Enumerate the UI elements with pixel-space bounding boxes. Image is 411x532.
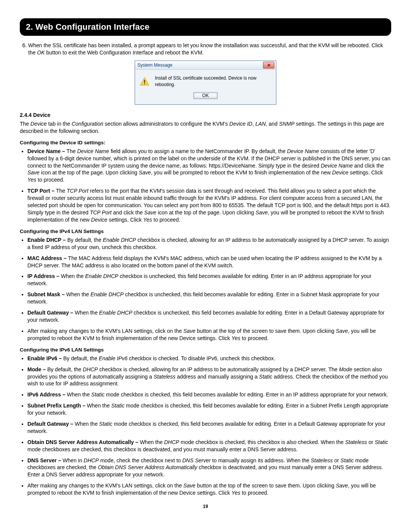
item-label: Enable IPv6 –: [27, 355, 63, 361]
item-label: Subnet Prefix Length –: [27, 403, 87, 409]
list-item: Default Gateway – When the Static mode c…: [27, 420, 391, 435]
item-body: By default, the DHCP checkbox is checked…: [27, 366, 388, 387]
dialog-titlebar: System Message ✕: [135, 61, 276, 70]
item-body: When the Enable DHCP checkbox is uncheck…: [27, 310, 385, 323]
item-label: Subnet Mask –: [27, 291, 66, 297]
item-body: By default, the Enable IPv6 checkbox is …: [63, 355, 275, 361]
list-item: After making any changes to the KVM's LA…: [27, 328, 391, 342]
list-item: Subnet Prefix Length – When the Static m…: [27, 402, 391, 417]
config-ipv4-list: Enable DHCP – By default, the Enable DHC…: [20, 236, 391, 342]
item-label: MAC Address –: [27, 255, 68, 261]
list-item: IPv6 Address – When the Static mode chec…: [27, 391, 391, 398]
section-banner: 2. Web Configuration Interface: [20, 18, 391, 36]
config-ipv4-heading: Configuring the IPv4 LAN Settings: [20, 228, 391, 235]
ok-button[interactable]: OK: [193, 92, 218, 99]
item-body: The Device Name field allows you to assi…: [27, 148, 390, 183]
item-body: After making any changes to the KVM's LA…: [27, 482, 376, 496]
list-item: TCP Port – The TCP Port refers to the po…: [27, 187, 391, 223]
list-item: Mode – By default, the DHCP checkbox is …: [27, 366, 391, 388]
item-label: IPv6 Address –: [27, 391, 67, 398]
device-heading: 2.4.4 Device: [20, 112, 391, 119]
system-message-dialog: System Message ✕ Install of SSL certific…: [135, 61, 276, 104]
page-number: 19: [20, 503, 391, 510]
dialog-title: System Message: [137, 62, 172, 68]
config-ipv6-list: Enable IPv6 – By default, the Enable IPv…: [20, 355, 391, 497]
svg-rect-1: [144, 80, 145, 83]
list-item: Default Gateway – When the Enable DHCP c…: [27, 309, 391, 324]
item-label: Device Name –: [27, 148, 67, 154]
config-ipv6-heading: Configuring the IPv6 LAN Settings: [20, 347, 391, 353]
item-body: When in DHCP mode, check the checkbox ne…: [27, 457, 383, 478]
item-body: The TCP Port refers to the port that the…: [27, 188, 390, 223]
item-body: After making any changes to the KVM's LA…: [27, 328, 376, 341]
item-body: When the Enable DHCP checkbox is uncheck…: [27, 291, 379, 305]
dialog-message: Install of SSL certificate succeeded. De…: [155, 75, 271, 87]
item-body: When the Static mode checkbox is checked…: [67, 391, 388, 398]
item-label: Mode –: [27, 366, 47, 372]
list-item: Subnet Mask – When the Enable DHCP check…: [27, 291, 391, 305]
item-body: By default, the Enable DHCP checkbox is …: [27, 237, 389, 250]
close-icon: ✕: [267, 62, 271, 68]
alert-icon: [140, 77, 150, 86]
config-deviceid-heading: Configuring the Device ID settings:: [20, 139, 391, 146]
item-label: IP Address –: [27, 273, 61, 279]
svg-rect-2: [144, 83, 145, 84]
step-6-text: When the SSL certificate has been instal…: [28, 42, 383, 56]
list-item: After making any changes to the KVM's LA…: [27, 482, 391, 497]
device-lead: The Device tab in the Configuration sect…: [20, 120, 391, 135]
item-label: Obtain DNS Server Address Automatically …: [27, 439, 140, 445]
item-label: TCP Port –: [27, 188, 56, 194]
list-item: Enable DHCP – By default, the Enable DHC…: [27, 236, 391, 251]
item-body: When the Enable DHCP checkbox is uncheck…: [27, 273, 371, 286]
list-item: Obtain DNS Server Address Automatically …: [27, 439, 391, 453]
item-label: Default Gateway –: [27, 421, 75, 427]
item-body: The MAC Address field displays the KVM's…: [27, 255, 382, 268]
list-item: MAC Address – The MAC Address field disp…: [27, 255, 391, 269]
list-item: Enable IPv6 – By default, the Enable IPv…: [27, 355, 391, 362]
list-item: IP Address – When the Enable DHCP checkb…: [27, 273, 391, 287]
item-label: Default Gateway –: [27, 310, 75, 316]
step-6: When the SSL certificate has been instal…: [28, 42, 391, 56]
item-body: When the Static mode checkbox is checked…: [27, 421, 386, 434]
config-deviceid-list: Device Name – The Device Name field allo…: [20, 148, 391, 224]
item-label: Enable DHCP –: [27, 237, 67, 243]
list-item: Device Name – The Device Name field allo…: [27, 148, 391, 184]
list-item: DNS Server – When in DHCP mode, check th…: [27, 457, 391, 479]
close-button[interactable]: ✕: [263, 62, 274, 69]
item-label: DNS Server –: [27, 457, 63, 463]
